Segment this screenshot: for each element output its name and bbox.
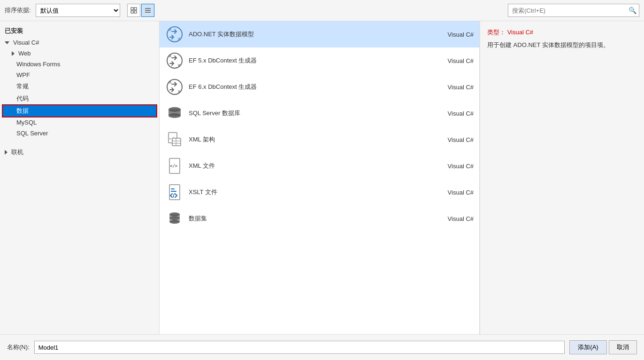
xslt-category: Visual C# [427,189,474,196]
info-panel: 类型： Visual C# 用于创建 ADO.NET 实体数据模型的项目项。 [480,21,644,334]
info-type: 类型： Visual C# [487,28,637,37]
view-list-button[interactable] [141,4,154,17]
sidebar: 已安装 Visual C# Web Windows Forms WPF 常规 [0,21,160,334]
arrow-down-icon [5,41,9,44]
ado-net-name: ADO.NET 实体数据模型 [189,30,427,39]
online-label: 联机 [11,148,23,157]
ef6-name: EF 6.x DbContext 生成器 [189,83,427,91]
sidebar-item-sql-server[interactable]: SQL Server [0,128,159,139]
list-item-xml-schema[interactable]: </> XML 架构 Visual C# [160,126,479,153]
ado-net-icon [165,25,184,44]
xml-file-name: XML 文件 [189,162,427,170]
svg-rect-2 [131,11,133,13]
svg-point-18 [169,113,181,118]
search-icon[interactable]: 🔍 [626,4,639,17]
sql-server-db-icon [165,104,184,123]
svg-rect-21 [172,138,181,146]
sidebar-item-mysql[interactable]: MySQL [0,117,159,128]
visual-csharp-label: Visual C# [13,39,39,46]
add-new-item-dialog: 排序依据: 默认值 🔍 [0,0,644,360]
main-content: 已安装 Visual C# Web Windows Forms WPF 常规 [0,21,644,334]
svg-point-12 [178,64,181,67]
windows-forms-label: Windows Forms [16,61,60,68]
info-type-value: Visual C# [507,29,533,36]
sql-server-label: SQL Server [16,130,48,137]
mysql-label: MySQL [16,119,37,126]
web-label: Web [18,50,31,57]
svg-rect-3 [134,11,137,13]
view-toggle-group [127,4,154,17]
sidebar-item-online[interactable]: 联机 [0,146,159,158]
sort-label: 排序依据: [5,6,31,15]
sidebar-item-wpf[interactable]: WPF [0,70,159,80]
svg-point-33 [169,220,180,224]
ado-net-category: Visual C# [427,31,474,38]
add-button[interactable]: 添加(A) [569,340,607,354]
search-input[interactable] [508,4,626,16]
item-list: ADO.NET 实体数据模型 Visual C# EF [160,21,480,334]
svg-point-15 [178,90,181,93]
code-label: 代码 [16,95,29,102]
svg-text:</>: </> [170,164,178,168]
svg-rect-0 [131,8,133,10]
sidebar-item-general[interactable]: 常规 [0,80,159,93]
sidebar-item-windows-forms[interactable]: Windows Forms [0,59,159,70]
sidebar-item-code[interactable]: 代码 [0,93,159,105]
view-grid-button[interactable] [127,4,140,17]
search-box: 🔍 [508,4,639,17]
list-item-xslt-file[interactable]: XSLT 文件 Visual C# [160,179,479,205]
svg-rect-1 [134,8,137,10]
xml-schema-category: Visual C# [427,136,474,143]
sidebar-item-visual-csharp[interactable]: Visual C# [0,37,159,48]
list-item-ef5[interactable]: EF 5.x DbContext 生成器 Visual C# [160,47,479,74]
data-label: 数据 [16,107,29,114]
info-type-prefix: 类型： [487,29,506,36]
ef5-icon [165,51,184,70]
installed-label: 已安装 [0,25,159,37]
svg-rect-27 [169,185,180,200]
dataset-icon [165,209,184,228]
sort-dropdown[interactable]: 默认值 [36,4,120,17]
wpf-label: WPF [16,71,30,78]
svg-point-9 [178,38,181,40]
arrow-right-icon [12,51,15,56]
name-input[interactable] [34,341,565,354]
sidebar-item-data[interactable]: 数据 [2,105,157,117]
top-bar: 排序依据: 默认值 🔍 [0,0,644,21]
svg-point-8 [169,28,171,31]
ef6-category: Visual C# [427,84,474,91]
list-item-ef6[interactable]: EF 6.x DbContext 生成器 Visual C# [160,74,479,100]
dataset-name: 数据集 [189,214,427,223]
cancel-button[interactable]: 取消 [609,340,637,354]
xml-schema-name: XML 架构 [189,135,427,144]
general-label: 常规 [16,83,29,90]
list-item-xml-file[interactable]: </> XML 文件 Visual C# [160,153,479,179]
list-item-sql-server-db[interactable]: SQL Server 数据库 Visual C# [160,100,479,126]
xml-file-category: Visual C# [427,163,474,170]
ef6-icon [165,78,184,96]
ef5-name: EF 5.x DbContext 生成器 [189,56,427,65]
svg-point-14 [169,81,171,84]
bottom-bar: 名称(N): 添加(A) 取消 [0,334,644,360]
info-description: 用于创建 ADO.NET 实体数据模型的项目项。 [487,40,637,50]
list-item-ado-net[interactable]: ADO.NET 实体数据模型 Visual C# [160,21,479,47]
svg-point-11 [169,55,171,57]
xslt-icon [165,183,184,202]
list-item-dataset[interactable]: 数据集 Visual C# [160,205,479,232]
xslt-name: XSLT 文件 [189,188,427,196]
sql-server-db-category: Visual C# [427,110,474,117]
online-arrow-icon [5,150,8,155]
xml-file-icon: </> [165,157,184,175]
dataset-category: Visual C# [427,215,474,222]
sql-server-db-name: SQL Server 数据库 [189,109,427,117]
xml-schema-icon: </> [165,130,184,149]
name-label: 名称(N): [7,343,30,352]
sidebar-item-web[interactable]: Web [0,48,159,59]
ef5-category: Visual C# [427,57,474,64]
